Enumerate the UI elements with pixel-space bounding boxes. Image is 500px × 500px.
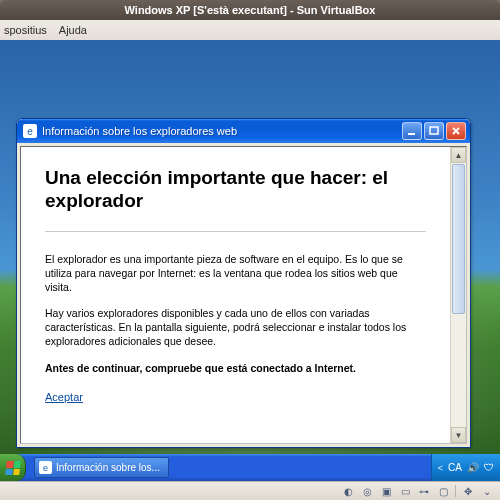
tray-shield-icon[interactable]: 🛡 [484,462,494,473]
menu-ajuda[interactable]: Ajuda [59,24,87,36]
maximize-icon [429,126,439,136]
vm-viewport: e Información sobre los exploradores web [0,40,500,481]
paragraph-2: Hay varios exploradores disponibles y ca… [45,306,426,349]
paragraph-3-bold: Antes de continuar, compruebe que está c… [45,361,426,375]
close-icon [451,126,461,136]
taskbar-item-label: Información sobre los... [56,462,160,473]
network-icon[interactable]: ▣ [379,484,393,498]
maximize-button[interactable] [424,122,444,140]
scroll-thumb[interactable] [452,164,465,314]
browser-info-window: e Información sobre los exploradores web [16,118,471,448]
start-button[interactable] [0,454,26,481]
minimize-icon [407,126,417,136]
host-titlebar: Windows XP [S'està executant] - Sun Virt… [0,0,500,20]
windows-flag-icon [5,461,20,475]
svg-rect-1 [430,127,438,134]
window-icon: e [23,124,37,138]
tray-volume-icon[interactable]: 🔊 [467,462,479,473]
accept-link[interactable]: Aceptar [45,391,83,403]
hostkey-icon[interactable]: ⌄ [480,484,494,498]
host-window-title: Windows XP [S'està executant] - Sun Virt… [125,4,376,16]
display-icon[interactable]: ▢ [436,484,450,498]
taskbar-item-icon: e [39,461,52,474]
paragraph-1: El explorador es una importante pieza de… [45,252,426,295]
system-tray[interactable]: < CA 🔊 🛡 [431,454,500,481]
vertical-scrollbar[interactable]: ▲ ▼ [450,147,466,443]
host-menubar: spositius Ajuda [0,20,500,40]
menu-dispositius[interactable]: spositius [4,24,47,36]
xp-taskbar: e Información sobre los... < CA 🔊 🛡 [0,454,500,481]
tray-expand-icon[interactable]: < [438,463,443,473]
content-frame: Una elección importante que hacer: el ex… [20,146,467,444]
page-heading: Una elección importante que hacer: el ex… [45,167,426,213]
cd-icon[interactable]: ◎ [360,484,374,498]
scroll-down-arrow-icon[interactable]: ▼ [451,427,466,443]
mouse-capture-icon[interactable]: ✥ [461,484,475,498]
scroll-up-arrow-icon[interactable]: ▲ [451,147,466,163]
minimize-button[interactable] [402,122,422,140]
divider [45,231,426,232]
taskbar-item-browser-info[interactable]: e Información sobre los... [34,457,169,478]
host-statusbar: ◐ ◎ ▣ ▭ ⊶ ▢ ✥ ⌄ [0,481,500,500]
usb-icon[interactable]: ⊶ [417,484,431,498]
disk-icon[interactable]: ◐ [341,484,355,498]
tray-language-indicator[interactable]: CA [448,462,462,473]
window-client-area: Una elección importante que hacer: el ex… [17,143,470,447]
svg-rect-0 [408,133,415,135]
content-body: Una elección importante que hacer: el ex… [21,147,450,443]
close-button[interactable] [446,122,466,140]
window-title: Información sobre los exploradores web [42,125,402,137]
window-titlebar[interactable]: e Información sobre los exploradores web [17,119,470,143]
statusbar-separator [455,485,456,497]
folder-icon[interactable]: ▭ [398,484,412,498]
xp-desktop[interactable]: e Información sobre los exploradores web [0,40,500,481]
